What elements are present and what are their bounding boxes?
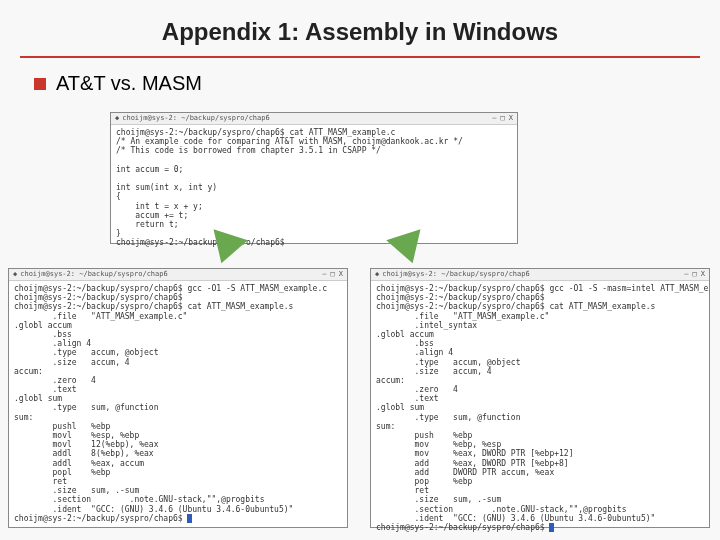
terminal-titlebar: ◆ choijm@sys-2: ~/backup/syspro/chap6 — …: [111, 113, 517, 125]
close-icon[interactable]: X: [509, 114, 513, 122]
maximize-icon[interactable]: □: [331, 270, 335, 278]
close-icon[interactable]: X: [339, 270, 343, 278]
terminal-att-output: ◆ choijm@sys-2: ~/backup/syspro/chap6 — …: [8, 268, 348, 528]
terminal-icon: ◆: [13, 270, 17, 278]
subheading: AT&T vs. MASM: [34, 72, 720, 95]
minimize-icon[interactable]: —: [492, 114, 496, 122]
title-underline: [20, 56, 700, 58]
terminal-icon: ◆: [375, 270, 379, 278]
minimize-icon[interactable]: —: [322, 270, 326, 278]
close-icon[interactable]: X: [701, 270, 705, 278]
terminal-content: choijm@sys-2:~/backup/syspro/chap6$ gcc …: [371, 281, 709, 535]
cursor-icon: [549, 523, 554, 532]
terminal-source-code: ◆ choijm@sys-2: ~/backup/syspro/chap6 — …: [110, 112, 518, 244]
slide-title: Appendix 1: Assembly in Windows: [0, 0, 720, 56]
cursor-icon: [187, 514, 192, 523]
terminal-icon: ◆: [115, 114, 119, 122]
terminal-title: choijm@sys-2: ~/backup/syspro/chap6: [122, 114, 489, 122]
terminal-content: choijm@sys-2:~/backup/syspro/chap6$ gcc …: [9, 281, 347, 526]
terminal-masm-output: ◆ choijm@sys-2: ~/backup/syspro/chap6 — …: [370, 268, 710, 528]
subheading-text: AT&T vs. MASM: [56, 72, 202, 95]
terminal-title: choijm@sys-2: ~/backup/syspro/chap6: [382, 270, 681, 278]
terminal-titlebar: ◆ choijm@sys-2: ~/backup/syspro/chap6 — …: [371, 269, 709, 281]
bullet-icon: [34, 78, 46, 90]
maximize-icon[interactable]: □: [693, 270, 697, 278]
terminal-title: choijm@sys-2: ~/backup/syspro/chap6: [20, 270, 319, 278]
terminal-titlebar: ◆ choijm@sys-2: ~/backup/syspro/chap6 — …: [9, 269, 347, 281]
minimize-icon[interactable]: —: [684, 270, 688, 278]
maximize-icon[interactable]: □: [501, 114, 505, 122]
terminal-content: choijm@sys-2:~/backup/syspro/chap6$ cat …: [111, 125, 517, 250]
